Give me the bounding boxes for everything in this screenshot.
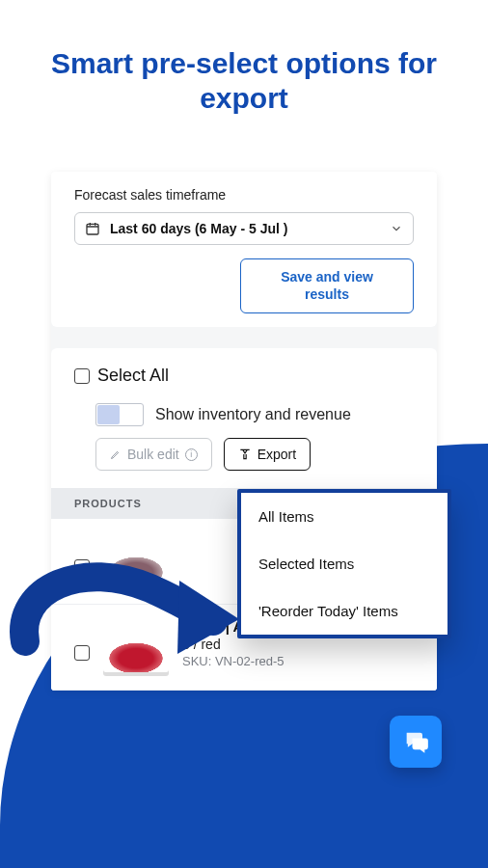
show-inventory-toggle[interactable]: [95, 403, 144, 426]
show-inventory-label: Show inventory and revenue: [155, 406, 351, 423]
inventory-toggle-row: Show inventory and revenue: [95, 403, 414, 426]
select-all-label: Select All: [97, 366, 169, 386]
export-menu-item-reorder-today[interactable]: 'Reorder Today' Items: [241, 587, 447, 635]
select-all-checkbox[interactable]: [74, 368, 90, 384]
annotation-arrow: [6, 550, 239, 685]
timeframe-select[interactable]: Last 60 days (6 May - 5 Jul ): [74, 212, 414, 245]
timeframe-value: Last 60 days (6 May - 5 Jul ): [110, 221, 380, 236]
svg-rect-0: [87, 224, 98, 234]
export-menu-item-selected[interactable]: Selected Items: [241, 540, 447, 587]
export-menu: All Items Selected Items 'Reorder Today'…: [237, 489, 451, 638]
export-button[interactable]: Export: [224, 438, 311, 471]
save-row: Save and view results: [74, 258, 414, 313]
chevron-down-icon: [390, 222, 403, 235]
chat-fab[interactable]: [390, 716, 442, 768]
bulk-edit-label: Bulk edit: [127, 447, 179, 462]
export-label: Export: [258, 447, 296, 462]
select-all-row[interactable]: Select All: [74, 366, 414, 386]
pencil-icon: [110, 448, 122, 460]
bulk-edit-button[interactable]: Bulk edit i: [95, 438, 212, 471]
calendar-icon: [85, 221, 100, 236]
info-icon: i: [185, 448, 198, 461]
toggle-knob: [97, 405, 120, 424]
save-view-results-button[interactable]: Save and view results: [240, 258, 414, 313]
export-icon: [238, 448, 252, 461]
export-menu-item-all[interactable]: All Items: [241, 493, 447, 540]
timeframe-section: Forecast sales timeframe Last 60 days (6…: [51, 172, 437, 327]
action-buttons: Bulk edit i Export: [95, 438, 414, 471]
page-title: Smart pre-select options for export: [0, 0, 488, 116]
chat-icon: [402, 728, 429, 755]
timeframe-label: Forecast sales timeframe: [74, 187, 414, 203]
